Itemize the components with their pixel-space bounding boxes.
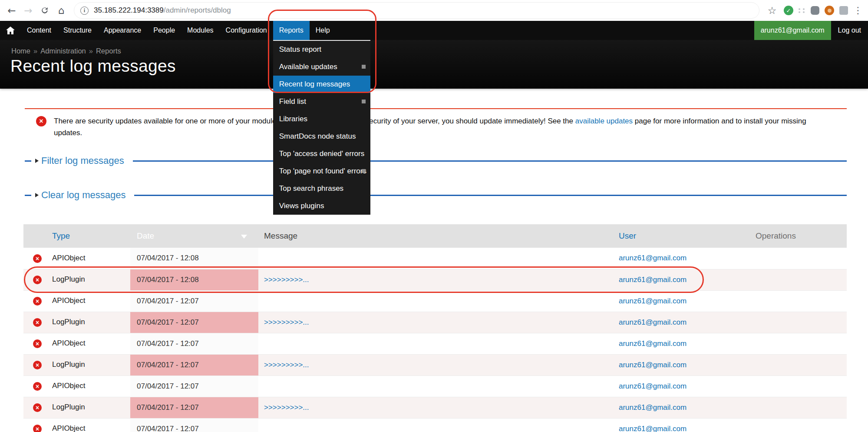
log-row: ×LogPlugin 07/04/2017 - 12:07 >>>>>>>>>.…: [23, 354, 847, 376]
toolbar-item-reports[interactable]: Reports Status report Available updates …: [273, 21, 310, 40]
menu-badge-icon: [362, 100, 366, 103]
menu-item-field-list[interactable]: Field list: [273, 93, 370, 110]
message-link[interactable]: >>>>>>>>>...: [264, 403, 309, 412]
user-link[interactable]: arunz61@gmail.com: [619, 403, 686, 412]
address-bar[interactable]: i 35.185.222.194:3389/admin/reports/dblo…: [74, 2, 759, 19]
menu-item-recent-log-messages[interactable]: Recent log messages: [273, 76, 370, 93]
log-row: ×APIObject 07/04/2017 - 12:07 arunz61@gm…: [23, 290, 847, 312]
reload-icon[interactable]: [36, 2, 53, 19]
user-link[interactable]: arunz61@gmail.com: [619, 425, 686, 432]
breadcrumb: Home»Administration»Reports: [11, 47, 121, 55]
error-icon: ×: [36, 116, 46, 126]
menu-item-top-page-not-found[interactable]: Top 'page not found' errors: [273, 163, 370, 180]
sort-date-header[interactable]: Date: [130, 224, 258, 248]
menu-item-smartdocs-node-status[interactable]: SmartDocs node status: [273, 128, 370, 145]
admin-home-icon[interactable]: [0, 21, 21, 40]
admin-toolbar: Content Structure Appearance People Modu…: [0, 21, 868, 40]
toolbar-item-modules[interactable]: Modules: [181, 21, 219, 40]
error-icon: ×: [33, 297, 42, 306]
message-link[interactable]: >>>>>>>>>...: [264, 361, 309, 369]
toolbar-item-structure[interactable]: Structure: [57, 21, 98, 40]
message-header: Message: [258, 224, 614, 248]
user-link[interactable]: arunz61@gmail.com: [619, 254, 686, 262]
error-icon: ×: [33, 276, 42, 284]
log-row: ×APIObject 07/04/2017 - 12:07 arunz61@gm…: [23, 418, 847, 432]
sort-type-link[interactable]: Type: [52, 231, 70, 240]
user-link[interactable]: arunz61@gmail.com: [619, 339, 686, 348]
toolbar-item-configuration[interactable]: Configuration: [220, 21, 273, 40]
menu-item-libraries[interactable]: Libraries: [273, 110, 370, 128]
browser-chrome: ← → ⌂ i 35.185.222.194:3389/admin/report…: [0, 0, 868, 21]
log-row: ×APIObject 07/04/2017 - 12:07 arunz61@gm…: [23, 376, 847, 397]
extension-icon[interactable]: [811, 6, 819, 15]
log-table: Type Date Message User Operations ×APIOb…: [23, 224, 847, 432]
extension-tray: ✓: [784, 6, 848, 15]
menu-item-status-report[interactable]: Status report: [273, 41, 370, 58]
back-icon[interactable]: ←: [3, 2, 20, 19]
user-link[interactable]: arunz61@gmail.com: [619, 382, 686, 390]
operations-header: Operations: [751, 224, 847, 248]
error-icon: ×: [33, 403, 42, 412]
forward-icon[interactable]: →: [20, 2, 36, 19]
browser-home-icon[interactable]: ⌂: [53, 2, 69, 19]
toolbar-item-help[interactable]: Help: [310, 21, 336, 40]
user-link[interactable]: arunz61@gmail.com: [619, 276, 686, 284]
breadcrumb-administration-link[interactable]: Administration: [40, 47, 86, 55]
collapsed-arrow-icon: [35, 159, 39, 163]
logout-button[interactable]: Log out: [831, 21, 868, 40]
menu-item-views-plugins[interactable]: Views plugins: [273, 197, 370, 215]
filter-fieldset-toggle[interactable]: Filter log messages: [31, 153, 133, 169]
menu-badge-icon: [362, 169, 366, 173]
error-icon: ×: [33, 254, 42, 263]
error-icon: ×: [33, 382, 42, 391]
log-row: ×LogPlugin 07/04/2017 - 12:08 >>>>>>>>>.…: [23, 269, 847, 290]
user-link[interactable]: arunz61@gmail.com: [619, 318, 686, 326]
page-header: Home»Administration»Reports Recent log m…: [0, 40, 868, 89]
toolbar-item-people[interactable]: People: [147, 21, 181, 40]
extension-check-icon[interactable]: ✓: [784, 6, 793, 15]
extension-square-icon[interactable]: [839, 6, 848, 15]
error-icon: ×: [33, 425, 42, 432]
toolbar-item-appearance[interactable]: Appearance: [98, 21, 147, 40]
account-email-button[interactable]: arunz61@gmail.com: [754, 21, 831, 40]
reports-dropdown-menu: Status report Available updates Recent l…: [273, 40, 370, 215]
available-updates-link[interactable]: available updates: [575, 117, 633, 125]
breadcrumb-reports: Reports: [96, 47, 121, 55]
page-title: Recent log messages: [10, 56, 176, 76]
log-row: ×LogPlugin 07/04/2017 - 12:07 >>>>>>>>>.…: [23, 312, 847, 333]
log-row: ×LogPlugin 07/04/2017 - 12:07 >>>>>>>>>.…: [23, 397, 847, 418]
collapsed-arrow-icon: [35, 193, 39, 197]
filter-fieldset: Filter log messages: [25, 153, 847, 169]
menu-item-top-access-denied[interactable]: Top 'access denied' errors: [273, 145, 370, 163]
user-link[interactable]: arunz61@gmail.com: [619, 297, 686, 305]
toolbar-item-content[interactable]: Content: [21, 21, 57, 40]
browser-menu-icon[interactable]: ⋮: [851, 5, 865, 16]
log-row: ×APIObject 07/04/2017 - 12:07 arunz61@gm…: [23, 333, 847, 354]
security-warning-message: × There are security updates available f…: [25, 108, 847, 139]
page-info-icon[interactable]: i: [80, 7, 89, 15]
sort-desc-icon: [241, 235, 247, 239]
log-row: ×APIObject 07/04/2017 - 12:08 arunz61@gm…: [23, 248, 847, 269]
user-link[interactable]: arunz61@gmail.com: [619, 361, 686, 369]
message-link[interactable]: >>>>>>>>>...: [264, 318, 309, 326]
menu-badge-icon: [362, 65, 366, 69]
extension-orange-icon[interactable]: [825, 6, 834, 15]
breadcrumb-home-link[interactable]: Home: [11, 47, 30, 55]
error-icon: ×: [33, 361, 42, 369]
error-icon: ×: [33, 339, 42, 348]
message-link[interactable]: >>>>>>>>>...: [264, 276, 309, 284]
bookmark-star-icon[interactable]: ☆: [764, 2, 780, 19]
screen: ← → ⌂ i 35.185.222.194:3389/admin/report…: [0, 0, 868, 432]
clear-fieldset-toggle[interactable]: Clear log messages: [31, 187, 134, 203]
extension-dots-icon[interactable]: [799, 7, 805, 14]
clear-fieldset: Clear log messages: [25, 187, 847, 203]
menu-item-top-search-phrases[interactable]: Top search phrases: [273, 180, 370, 197]
sort-user-link[interactable]: User: [619, 231, 636, 240]
error-icon: ×: [33, 318, 42, 327]
menu-item-available-updates[interactable]: Available updates: [273, 58, 370, 76]
url-text: 35.185.222.194:3389/admin/reports/dblog: [94, 6, 231, 15]
